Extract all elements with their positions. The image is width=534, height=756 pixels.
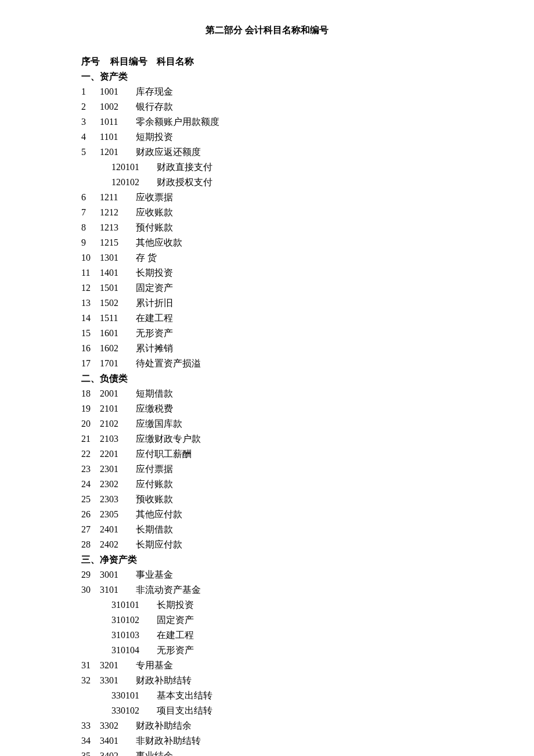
cell-sub-name: 固定资产 [157, 613, 453, 627]
table-body: 一、资产类11001库存现金21002银行存款31011零余额账户用款额度411… [81, 70, 453, 756]
table-sub-row: 310103在建工程 [81, 628, 453, 642]
cell-code: 1101 [100, 130, 136, 144]
header-seq: 序号 [81, 55, 110, 69]
cell-code: 1001 [100, 85, 136, 99]
cell-sub-name: 长期投资 [157, 598, 453, 612]
cell-seq: 13 [81, 296, 100, 310]
table-header: 序号 科目编号 科目名称 [81, 55, 453, 69]
cell-code: 2305 [100, 507, 136, 521]
cell-code: 1213 [100, 221, 136, 235]
cell-sub-code: 120101 [111, 160, 157, 174]
table-sub-row: 310101长期投资 [81, 598, 453, 612]
table-sub-row: 310102固定资产 [81, 613, 453, 627]
cell-code: 2101 [100, 402, 136, 416]
cell-code: 1401 [100, 266, 136, 280]
table-sub-row: 330101基本支出结转 [81, 689, 453, 703]
cell-seq: 14 [81, 311, 100, 325]
cell-name: 无形资产 [136, 326, 453, 340]
table-row: 151601无形资产 [81, 326, 453, 340]
cell-code: 3401 [100, 734, 136, 748]
cell-seq: 7 [81, 206, 100, 219]
table-row: 11001库存现金 [81, 85, 453, 99]
cell-name: 财政应返还额度 [136, 145, 453, 159]
cell-seq: 29 [81, 568, 100, 582]
table-sub-row: 330102项目支出结转 [81, 704, 453, 718]
cell-name: 零余额账户用款额度 [136, 115, 453, 129]
table-row: 41101短期投资 [81, 130, 453, 144]
cell-seq: 19 [81, 402, 100, 416]
cell-seq: 31 [81, 658, 100, 672]
table-row: 171701待处置资产损溢 [81, 357, 453, 370]
cell-name: 长期借款 [136, 523, 453, 537]
cell-code: 1215 [100, 236, 136, 250]
cell-code: 2201 [100, 447, 136, 461]
cell-name: 应付职工薪酬 [136, 447, 453, 461]
cell-name: 短期投资 [136, 130, 453, 144]
table-sub-row: 120102财政授权支付 [81, 175, 453, 189]
cell-seq: 33 [81, 719, 100, 733]
cell-name: 银行存款 [136, 100, 453, 114]
cell-name: 应缴财政专户款 [136, 432, 453, 446]
cell-name: 应缴税费 [136, 402, 453, 416]
cell-seq: 23 [81, 462, 100, 476]
cell-sub-code: 310101 [111, 598, 157, 612]
cell-code: 2301 [100, 462, 136, 476]
cell-code: 1601 [100, 326, 136, 340]
cell-sub-code: 310104 [111, 643, 157, 657]
table-row: 262305其他应付款 [81, 507, 453, 521]
table-row: 232301应付票据 [81, 462, 453, 476]
cell-code: 3402 [100, 749, 136, 756]
page-title: 第二部分 会计科目名称和编号 [81, 23, 453, 37]
cell-name: 预收账款 [136, 492, 453, 506]
cell-code: 2001 [100, 387, 136, 401]
table-row: 353402事业结余 [81, 749, 453, 756]
cell-seq: 12 [81, 281, 100, 295]
cell-seq: 26 [81, 507, 100, 521]
header-name: 科目名称 [157, 55, 453, 69]
table-row: 101301存 货 [81, 251, 453, 265]
table-row: 121501固定资产 [81, 281, 453, 295]
table-row: 272401长期借款 [81, 523, 453, 537]
cell-code: 1511 [100, 311, 136, 325]
table-row: 111401长期投资 [81, 266, 453, 280]
cell-code: 1602 [100, 341, 136, 355]
table-sub-row: 120101财政直接支付 [81, 160, 453, 174]
table-row: 131502累计折旧 [81, 296, 453, 310]
cell-sub-name: 无形资产 [157, 643, 453, 657]
cell-code: 2401 [100, 523, 136, 537]
table-row: 323301财政补助结转 [81, 674, 453, 687]
cell-seq: 35 [81, 749, 100, 756]
cell-seq: 17 [81, 357, 100, 370]
cell-code: 2103 [100, 432, 136, 446]
table-row: 192101应缴税费 [81, 402, 453, 416]
table-sub-row: 310104无形资产 [81, 643, 453, 657]
cell-seq: 25 [81, 492, 100, 506]
cell-sub-code: 120102 [111, 175, 157, 189]
table-row: 91215其他应收款 [81, 236, 453, 250]
cell-seq: 28 [81, 538, 100, 552]
cell-seq: 16 [81, 341, 100, 355]
cell-sub-code: 330102 [111, 704, 157, 718]
cell-seq: 2 [81, 100, 100, 114]
cell-name: 事业结余 [136, 749, 453, 756]
table-row: 202102应缴国库款 [81, 417, 453, 431]
cell-seq: 32 [81, 674, 100, 687]
cell-code: 1201 [100, 145, 136, 159]
cell-seq: 21 [81, 432, 100, 446]
table-row: 252303预收账款 [81, 492, 453, 506]
table-row: 333302财政补助结余 [81, 719, 453, 733]
cell-name: 累计折旧 [136, 296, 453, 310]
cell-name: 应收账款 [136, 206, 453, 219]
cell-name: 非流动资产基金 [136, 583, 453, 597]
cell-name: 短期借款 [136, 387, 453, 401]
cell-sub-name: 项目支出结转 [157, 704, 453, 718]
cell-name: 应收票据 [136, 190, 453, 204]
table-row: 293001事业基金 [81, 568, 453, 582]
cell-seq: 3 [81, 115, 100, 129]
table-row: 222201应付职工薪酬 [81, 447, 453, 461]
cell-name: 存 货 [136, 251, 453, 265]
cell-name: 长期应付款 [136, 538, 453, 552]
table-row: 343401非财政补助结转 [81, 734, 453, 748]
cell-seq: 18 [81, 387, 100, 401]
cell-seq: 24 [81, 477, 100, 491]
